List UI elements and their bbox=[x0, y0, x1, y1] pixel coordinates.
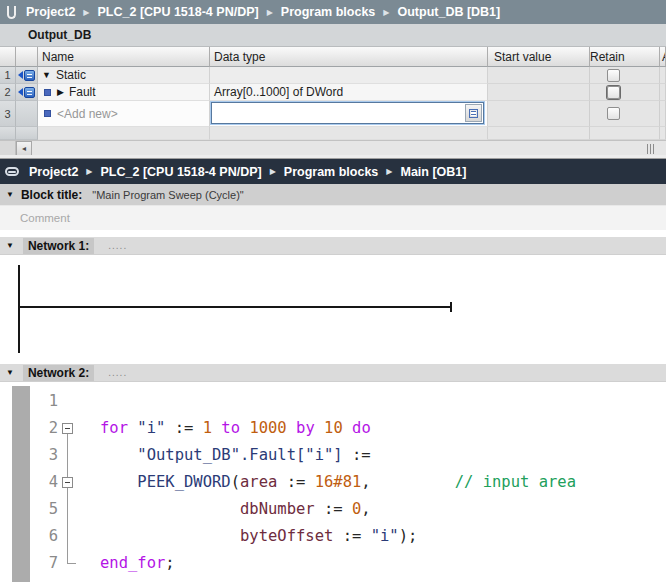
block-comment-row[interactable]: Comment bbox=[0, 206, 666, 230]
horizontal-scrollbar[interactable]: ◂ bbox=[0, 140, 666, 156]
add-new-label: <Add new> bbox=[57, 107, 118, 121]
variable-name: Static bbox=[56, 68, 86, 82]
network1-header[interactable]: ▼ Network 1: ..... bbox=[0, 237, 666, 255]
name-cell-fault[interactable]: ▶ Fault bbox=[38, 84, 210, 101]
row-number: 2 bbox=[0, 84, 16, 101]
fold-toggle-icon[interactable] bbox=[62, 477, 73, 488]
scrollbar-track[interactable] bbox=[32, 141, 666, 156]
name-cell-static[interactable]: ▼ Static bbox=[38, 67, 210, 84]
data-type-combobox[interactable] bbox=[211, 102, 484, 124]
start-value-cell bbox=[488, 84, 590, 101]
fold-toggle-icon[interactable] bbox=[62, 423, 73, 434]
chevron-right-icon: ▶ bbox=[267, 8, 273, 17]
code-text[interactable]: for "i" := 1 to 1000 by 10 do bbox=[58, 415, 371, 442]
breadcrumb-main-ob1[interactable]: Main [OB1] bbox=[400, 165, 466, 179]
code-text[interactable]: "Output_DB".Fault["i"] := bbox=[58, 442, 371, 469]
collapse-triangle-icon[interactable]: ▼ bbox=[42, 70, 51, 80]
breadcrumb-program-blocks[interactable]: Program blocks bbox=[284, 165, 378, 179]
clip-icon bbox=[5, 167, 19, 176]
row-icon-cell bbox=[16, 127, 38, 140]
scroll-left-button[interactable]: ◂ bbox=[16, 141, 32, 156]
row-icon-cell bbox=[16, 101, 38, 127]
table-row[interactable]: 1 ▼ Static bbox=[0, 67, 666, 84]
fold-guide-corner bbox=[67, 563, 76, 564]
breadcrumb-plc[interactable]: PLC_2 [CPU 1518-4 PN/DP] bbox=[98, 5, 259, 19]
code-text[interactable] bbox=[58, 388, 100, 415]
ob-editor-breadcrumb-bar: Project2 ▶ PLC_2 [CPU 1518-4 PN/DP] ▶ Pr… bbox=[0, 159, 666, 184]
code-line[interactable]: 6 byteOffset := "i"); bbox=[0, 523, 666, 550]
chevron-right-icon: ▶ bbox=[383, 8, 389, 17]
table-header-row: Name Data type Start value Retain A bbox=[0, 47, 666, 67]
breadcrumb-project[interactable]: Project2 bbox=[29, 165, 78, 179]
row-number: 1 bbox=[0, 67, 16, 84]
collapse-triangle-icon[interactable]: ▼ bbox=[6, 190, 14, 199]
network1-comment-dots[interactable]: ..... bbox=[108, 240, 127, 251]
db-variable-icon bbox=[18, 87, 35, 98]
header-name[interactable]: Name bbox=[38, 47, 210, 67]
code-line[interactable]: 3 "Output_DB".Fault["i"] := bbox=[0, 442, 666, 469]
code-text[interactable]: dbNumber := 0, bbox=[58, 496, 371, 523]
collapse-triangle-icon[interactable]: ▼ bbox=[6, 241, 14, 250]
table-row[interactable]: 2 ▶ Fault Array[0..1000] of DWord bbox=[0, 84, 666, 101]
pin-icon bbox=[7, 6, 16, 19]
retain-checkbox[interactable] bbox=[607, 69, 620, 82]
line-number: 3 bbox=[30, 442, 58, 469]
network1-ladder-canvas[interactable] bbox=[0, 255, 666, 363]
scl-code-editor[interactable]: 12for "i" := 1 to 1000 by 10 do3 "Output… bbox=[0, 382, 666, 587]
data-type-cell[interactable]: Array[0..1000] of DWord bbox=[210, 84, 488, 101]
cut-cell bbox=[660, 101, 666, 127]
code-line[interactable]: 5 dbNumber := 0, bbox=[0, 496, 666, 523]
cut-cell bbox=[660, 67, 666, 84]
line-number: 7 bbox=[30, 550, 58, 577]
line-number: 6 bbox=[30, 523, 58, 550]
row-icon-cell bbox=[16, 67, 38, 84]
code-text[interactable]: PEEK_DWORD(area := 16#81, // input area bbox=[58, 469, 576, 496]
header-start-value[interactable]: Start value bbox=[488, 47, 590, 67]
header-data-type[interactable]: Data type bbox=[210, 47, 488, 67]
retain-cell bbox=[590, 101, 660, 127]
network2-label[interactable]: Network 2: bbox=[23, 365, 94, 381]
line-number: 1 bbox=[30, 388, 58, 415]
name-cell-add-new[interactable]: <Add new> bbox=[38, 101, 210, 127]
row-icon-cell bbox=[16, 84, 38, 101]
header-row-number bbox=[0, 47, 16, 67]
line-number: 5 bbox=[30, 496, 58, 523]
fold-guide-line bbox=[67, 434, 68, 563]
chevron-right-icon: ▶ bbox=[83, 8, 89, 17]
retain-checkbox[interactable] bbox=[607, 86, 620, 99]
breadcrumb-program-blocks[interactable]: Program blocks bbox=[281, 5, 375, 19]
expand-triangle-icon[interactable]: ▶ bbox=[57, 87, 64, 97]
code-line[interactable]: 2for "i" := 1 to 1000 by 10 do bbox=[0, 415, 666, 442]
scrollbar-grip-icon[interactable] bbox=[647, 144, 654, 154]
collapse-triangle-icon[interactable]: ▼ bbox=[6, 368, 14, 377]
data-type-cell-editing bbox=[210, 101, 488, 127]
header-icon-col bbox=[16, 47, 38, 67]
table-filler-row bbox=[0, 127, 666, 140]
block-title-row: ▼ Block title: "Main Program Sweep (Cycl… bbox=[0, 184, 666, 206]
data-type-cell[interactable] bbox=[210, 67, 488, 84]
rung-line bbox=[18, 306, 452, 308]
type-list-icon bbox=[469, 109, 478, 118]
breadcrumb-project[interactable]: Project2 bbox=[26, 5, 75, 19]
block-title-value[interactable]: "Main Program Sweep (Cycle)" bbox=[92, 189, 243, 201]
combobox-dropdown-button[interactable] bbox=[465, 104, 482, 122]
network2-comment-dots[interactable]: ..... bbox=[108, 367, 127, 378]
breadcrumb-plc[interactable]: PLC_2 [CPU 1518-4 PN/DP] bbox=[101, 165, 262, 179]
header-retain[interactable]: Retain bbox=[590, 47, 660, 67]
code-line[interactable]: 7end_for; bbox=[0, 550, 666, 577]
comment-placeholder: Comment bbox=[20, 212, 70, 224]
power-rail-line bbox=[18, 265, 20, 353]
code-lines[interactable]: 12for "i" := 1 to 1000 by 10 do3 "Output… bbox=[0, 388, 666, 577]
db-editor-breadcrumb-bar: Project2 ▶ PLC_2 [CPU 1518-4 PN/DP] ▶ Pr… bbox=[0, 0, 666, 24]
network1-label[interactable]: Network 1: bbox=[23, 238, 94, 254]
code-line[interactable]: 4 PEEK_DWORD(area := 16#81, // input are… bbox=[0, 469, 666, 496]
variable-name: Fault bbox=[69, 85, 96, 99]
breadcrumb-output-db[interactable]: Output_DB [DB1] bbox=[397, 5, 500, 19]
header-cut-column: A bbox=[660, 47, 666, 67]
code-line[interactable]: 1 bbox=[0, 388, 666, 415]
db-editor-title-row: Output_DB bbox=[0, 24, 666, 47]
code-text[interactable]: byteOffset := "i"); bbox=[58, 523, 417, 550]
network2-header[interactable]: ▼ Network 2: ..... bbox=[0, 364, 666, 382]
table-row-add-new[interactable]: 3 <Add new> bbox=[0, 101, 666, 127]
retain-checkbox[interactable] bbox=[607, 107, 620, 120]
